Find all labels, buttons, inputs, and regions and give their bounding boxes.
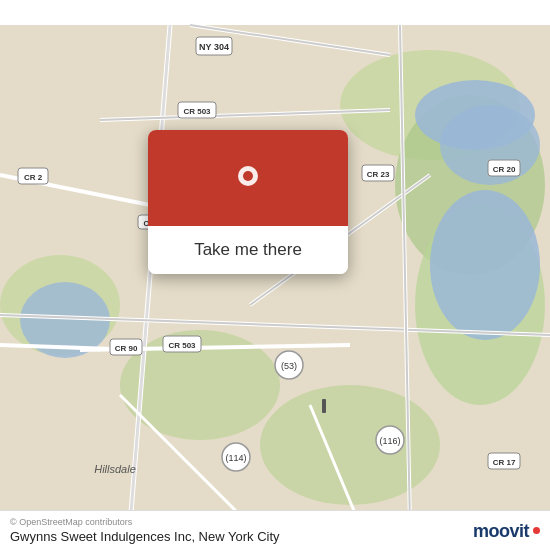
popup-card: Take me there bbox=[148, 130, 348, 274]
svg-text:CR 90: CR 90 bbox=[115, 344, 138, 353]
moovit-logo: moovit bbox=[473, 521, 540, 542]
popup-top bbox=[148, 130, 348, 226]
place-name: Gwynns Sweet Indulgences Inc, New York C… bbox=[10, 529, 540, 544]
take-me-there-button[interactable]: Take me there bbox=[160, 240, 336, 260]
map-container: NY 304 CR 2 CR 503 CR 23 CR 20 CR 90 CR … bbox=[0, 0, 550, 550]
svg-text:CR 503: CR 503 bbox=[183, 107, 211, 116]
svg-text:CR 2: CR 2 bbox=[24, 173, 43, 182]
svg-text:CR 20: CR 20 bbox=[493, 165, 516, 174]
svg-text:(53): (53) bbox=[281, 361, 297, 371]
svg-text:(114): (114) bbox=[225, 453, 246, 463]
location-pin-icon bbox=[224, 154, 272, 208]
svg-text:Hillsdale: Hillsdale bbox=[94, 463, 136, 475]
svg-text:(116): (116) bbox=[379, 436, 400, 446]
moovit-dot bbox=[533, 527, 540, 534]
moovit-text: moovit bbox=[473, 521, 529, 542]
popup-bottom: Take me there bbox=[148, 226, 348, 274]
svg-text:CR 17: CR 17 bbox=[493, 458, 516, 467]
map-attribution: © OpenStreetMap contributors bbox=[10, 517, 540, 527]
svg-text:NY 304: NY 304 bbox=[199, 42, 229, 52]
bottom-bar: © OpenStreetMap contributors Gwynns Swee… bbox=[0, 510, 550, 550]
svg-rect-54 bbox=[322, 399, 326, 413]
svg-text:CR 23: CR 23 bbox=[367, 170, 390, 179]
svg-point-7 bbox=[260, 385, 440, 505]
map-background: NY 304 CR 2 CR 503 CR 23 CR 20 CR 90 CR … bbox=[0, 0, 550, 550]
svg-point-10 bbox=[430, 190, 540, 340]
svg-point-57 bbox=[243, 171, 253, 181]
svg-text:CR 503: CR 503 bbox=[168, 341, 196, 350]
